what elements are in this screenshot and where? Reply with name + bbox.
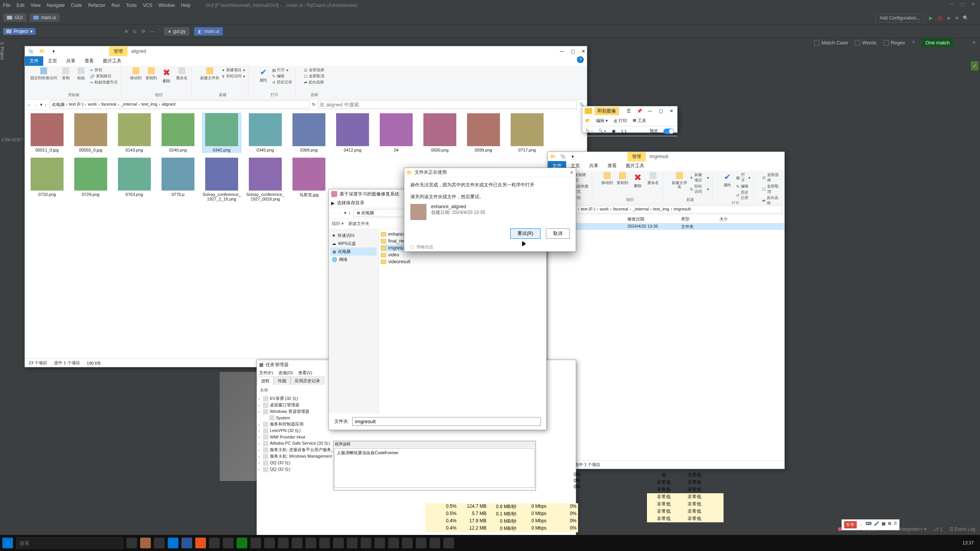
filter-icon[interactable]: ⇆ — [133, 29, 137, 34]
nav-up-button[interactable]: ↑ — [349, 211, 351, 215]
gear-icon[interactable]: ⚙ — [141, 29, 145, 34]
debug-icon[interactable]: 🐞 — [937, 15, 943, 21]
newitem-button[interactable]: ✦ 新建项目 ▾ — [690, 172, 709, 183]
ribbon-context-manage[interactable]: 管理 — [627, 152, 646, 161]
tab-home[interactable]: 主页 — [43, 56, 62, 66]
properties-button[interactable]: ✔属性 — [257, 67, 270, 82]
organize-button[interactable]: 组织 ▾ — [332, 221, 344, 227]
branch-indicator[interactable]: ⎇ 1 — [933, 527, 942, 532]
expand-icon[interactable]: › — [258, 454, 261, 459]
ime-skin-icon[interactable]: ▦ — [882, 521, 885, 528]
app-icon[interactable] — [250, 538, 261, 548]
crumb[interactable]: imgresult — [674, 207, 691, 212]
crumb[interactable]: work — [88, 102, 97, 108]
history-button[interactable]: ↺历史记录 — [272, 80, 292, 85]
nav-wps[interactable]: ☁WPS云盘 — [330, 240, 377, 248]
delete-button[interactable]: ✖删除 — [631, 172, 644, 188]
app-icon[interactable] — [361, 538, 371, 548]
nav-history-button[interactable]: ▾ — [40, 102, 42, 107]
event-log-button[interactable]: ☰ Event Log — [949, 527, 975, 532]
ime-keyboard-icon[interactable]: ⌨ — [866, 521, 872, 528]
open-button[interactable]: ▤打开 ▾ — [272, 67, 292, 73]
ime-drag-icon[interactable]: ⠿ — [894, 521, 897, 528]
edit-button[interactable]: ✎编辑 — [272, 73, 292, 79]
explorer-search-input[interactable] — [318, 101, 577, 109]
close-icon[interactable]: ✕ — [668, 108, 675, 114]
crumb[interactable]: work — [600, 207, 609, 212]
menu-window[interactable]: Window — [158, 3, 175, 8]
tool-window-project[interactable]: 1: Project — [0, 38, 9, 306]
close-icon[interactable]: ✕ — [969, 2, 977, 7]
thumbnail-item[interactable]: 0717.png — [508, 113, 546, 152]
selectall-button[interactable]: ☑全部选择 — [304, 67, 324, 73]
app-icon[interactable] — [237, 538, 247, 548]
app-icon[interactable] — [223, 538, 234, 548]
actual-size-icon[interactable]: 1:1 — [621, 129, 627, 134]
nav-forward-button[interactable]: → — [338, 211, 342, 215]
menu-file[interactable]: File — [3, 3, 10, 8]
nav-up-button[interactable]: ↑ — [45, 103, 47, 107]
breadcrumb-path[interactable]: 此电脑 › text (F:) › work › facereal › _int… — [561, 205, 782, 214]
viewer-tools-button[interactable]: 🛠 工具 — [632, 118, 646, 124]
tab-file[interactable]: 文件 — [25, 56, 43, 66]
newfolder-button[interactable]: 新建文件夹 — [671, 172, 687, 189]
menu-tools[interactable]: Tools — [126, 3, 137, 8]
close-icon[interactable]: ✕ — [580, 49, 587, 54]
inspection-indicator-icon[interactable]: ✓ — [971, 61, 978, 70]
rename-button[interactable]: 重命名 — [647, 172, 660, 185]
retry-button[interactable]: 重试(R) — [510, 228, 541, 239]
menu-view[interactable]: View — [31, 3, 41, 8]
thumbnail-item[interactable]: 0240.png — [159, 113, 197, 152]
minimize-icon[interactable]: — — [559, 49, 565, 54]
nav-back-button[interactable]: ← — [331, 211, 335, 215]
context-tab-gui[interactable]: GUI — [3, 13, 26, 22]
tm-menu-view[interactable]: 查看(V) — [298, 370, 312, 376]
preview-toggle[interactable] — [663, 129, 674, 134]
breadcrumb-path[interactable]: 此电脑 › text (F:) › work › facereal › _int… — [49, 101, 310, 109]
folder-list-item[interactable]: videoresult — [381, 258, 544, 265]
ime-toolbar[interactable]: S 中 ， ⌨ 🎤 ▦ ⚙ ⠿ — [841, 519, 900, 530]
thumbnail-item[interactable]: 0143.png — [115, 113, 154, 152]
thumbnail-item[interactable]: 0412.png — [333, 113, 372, 152]
crumb[interactable]: _internal — [632, 207, 648, 212]
zoom-in-icon[interactable]: 🔍+ — [598, 129, 606, 134]
viewer-open-icon[interactable]: 📂 — [585, 118, 591, 123]
stop-icon[interactable]: ■ — [956, 15, 958, 21]
nav-history-button[interactable]: ▾ — [344, 210, 346, 215]
menu-navigate[interactable]: Navigate — [47, 3, 65, 8]
target-icon[interactable]: ⊕ — [124, 29, 128, 34]
newfolder-button[interactable]: 新建文件夹 — [200, 67, 219, 80]
viewer-edit-button[interactable]: 编辑 ▾ — [596, 118, 608, 124]
expand-icon[interactable]: › — [258, 435, 261, 439]
nav-thispc[interactable]: 🖥此电脑 — [330, 248, 377, 256]
copyto-button[interactable]: 复制到 — [145, 67, 158, 80]
nav-back-button[interactable]: ← — [27, 103, 31, 107]
easyaccess-button[interactable]: ↯ 轻松访问 ▾ — [690, 184, 709, 194]
app-icon[interactable] — [430, 538, 440, 548]
selectnone-button[interactable]: ☐ 全部取消 — [762, 184, 779, 194]
expand-icon[interactable]: › — [258, 396, 261, 401]
thumbnail-item[interactable]: 0500.png — [421, 113, 459, 152]
ribbon-context-manage[interactable]: 管理 — [109, 47, 127, 56]
ime-punct-icon[interactable]: ， — [859, 521, 863, 528]
expand-icon[interactable]: › — [258, 429, 261, 433]
cancel-button[interactable]: 取消 — [546, 228, 570, 239]
thumbnail-item[interactable]: 0763.png — [115, 158, 154, 201]
rename-button[interactable]: 重命名 — [175, 67, 188, 80]
expand-icon[interactable]: › — [258, 448, 261, 452]
open-button[interactable]: ▤ 打开 ▾ — [736, 172, 750, 183]
app-icon[interactable] — [388, 538, 399, 548]
thumbnail-item[interactable]: 00050_0.jpg — [72, 113, 110, 152]
crumb[interactable]: facereal — [613, 207, 628, 212]
properties-button[interactable]: ✔属性 — [721, 172, 734, 187]
tab-share[interactable]: 共享 — [585, 161, 603, 171]
context-tab-mainui[interactable]: main.ui — [29, 13, 60, 22]
thumbnail-item[interactable]: Solvay_conference_1927_2_16.png — [203, 158, 241, 201]
tab-picture-tools[interactable]: 图片工具 — [98, 56, 126, 66]
chevron-up-icon[interactable] — [410, 245, 414, 249]
menu-icon[interactable]: ☰ — [625, 108, 632, 114]
ime-gear-icon[interactable]: ⚙ — [888, 521, 892, 528]
taskbar-search-input[interactable] — [16, 537, 123, 549]
ime-lang-icon[interactable]: S 中 — [844, 521, 857, 528]
newitem-button[interactable]: ✦新建项目 ▾ — [222, 67, 245, 73]
